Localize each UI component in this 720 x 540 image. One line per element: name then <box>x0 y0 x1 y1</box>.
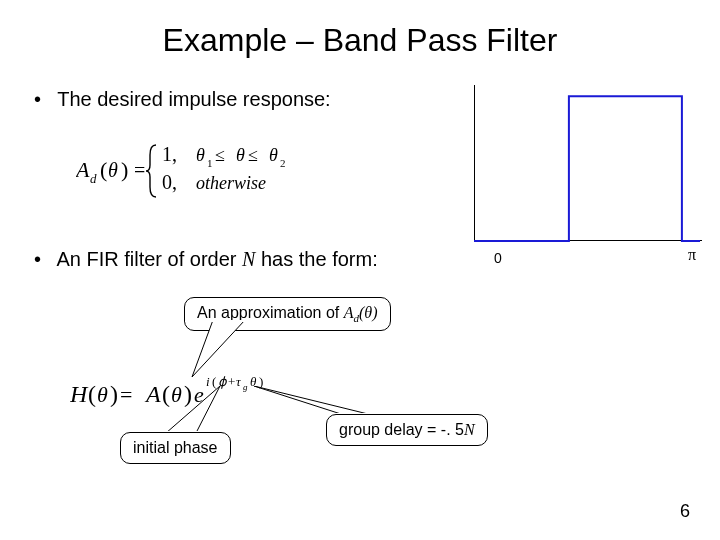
eq-lparen: ( <box>100 157 107 182</box>
chart-line <box>470 85 702 249</box>
f2-A: A <box>144 381 161 407</box>
callout-initial-phase: initial phase <box>120 432 231 464</box>
svg-marker-0 <box>192 320 245 377</box>
eq-row1-le1: ≤ <box>215 145 225 165</box>
bullet-1: • The desired impulse response: <box>34 88 331 111</box>
svg-rect-1 <box>185 320 263 322</box>
chart-xtick-pi: π <box>688 246 696 264</box>
bullet-1-text: The desired impulse response: <box>57 88 330 110</box>
svg-marker-4 <box>254 386 372 415</box>
bullet-2-post: has the form: <box>255 248 377 270</box>
bullet-dot-1: • <box>34 88 52 111</box>
callout-group-delay: group delay = -. 5N <box>326 414 488 446</box>
eq-row1-t2: θ <box>269 145 278 165</box>
callout-approx-A: A <box>344 304 354 321</box>
slide-title: Example – Band Pass Filter <box>0 22 720 59</box>
callout-pointer-phase <box>160 386 240 436</box>
bullet-dot-2: • <box>34 248 52 271</box>
eq-row1-t1: θ <box>196 145 205 165</box>
f2-lp1: ( <box>88 381 96 407</box>
eq-row1-le2: ≤ <box>248 145 258 165</box>
eq-row1-s2: 2 <box>280 157 286 169</box>
eq-Ad: A <box>76 157 90 182</box>
eq-brace <box>146 145 156 197</box>
eq-rparen: ) <box>121 157 128 182</box>
callout-approx-rp: ) <box>372 304 377 321</box>
bullet-2: • An FIR filter of order N has the form: <box>34 248 378 271</box>
chart-frame <box>470 85 702 249</box>
f2-eq: = <box>120 382 132 407</box>
eq-row1-mid: θ <box>236 145 245 165</box>
f2-th1: θ <box>97 382 108 407</box>
svg-marker-2 <box>166 386 220 433</box>
bandpass-chart <box>470 85 702 249</box>
f2-rp1: ) <box>110 381 118 407</box>
eq-row1-s1: 1 <box>207 157 213 169</box>
eq-equals: = <box>134 159 145 181</box>
chart-polyline <box>474 96 700 241</box>
callout-phase-text: initial phase <box>133 439 218 456</box>
piecewise-equation: A d ( θ ) = 1, θ 1 ≤ θ ≤ θ 2 0, otherwis… <box>76 141 336 205</box>
eq-row2-cond: otherwise <box>196 173 266 193</box>
f2-H: H <box>70 381 89 407</box>
callout-group-N: N <box>464 421 475 438</box>
callout-group-pre: group delay = -. 5 <box>339 421 464 438</box>
eq-theta: θ <box>108 159 118 181</box>
bullet-2-N: N <box>242 248 255 270</box>
chart-xtick-0: 0 <box>494 250 502 266</box>
bullet-2-pre: An FIR filter of order <box>56 248 242 270</box>
eq-row1-val: 1, <box>162 143 177 165</box>
eq-d-sub: d <box>90 171 97 186</box>
callout-approx-pre: An approximation of <box>197 304 344 321</box>
eq-row2-val: 0, <box>162 171 177 193</box>
page-number: 6 <box>680 501 690 522</box>
